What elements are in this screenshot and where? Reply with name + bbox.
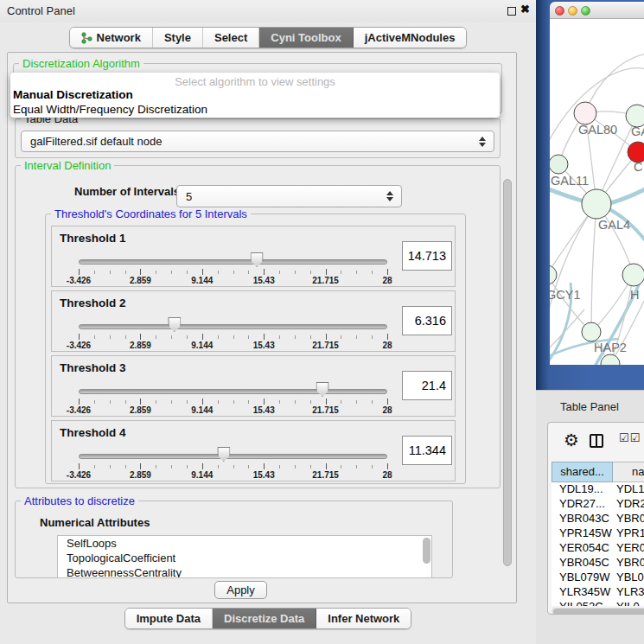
slider-tick-labels: -3.4262.8599.14415.4321.71528 (79, 405, 387, 416)
tab-impute-data[interactable]: Impute Data (125, 609, 213, 628)
cell-name[interactable]: YBR0 (613, 512, 644, 526)
tab-cyni-toolbox[interactable]: Cyni Toolbox (259, 28, 353, 48)
close-icon[interactable]: ✖ (520, 3, 530, 16)
tab-jactivemodules[interactable]: jActiveMNodules (354, 28, 467, 48)
network-nodes[interactable] (550, 102, 644, 365)
table-row[interactable]: YBR045CYBR0 (552, 556, 644, 571)
slider-handle[interactable] (217, 447, 230, 462)
cell-name[interactable]: YDL1 (613, 482, 644, 497)
control-panel-titlebar: Control Panel ✖ (0, 0, 536, 22)
cell-shared-name[interactable]: YLR345W (552, 585, 613, 600)
network-node-label: GAL80 (578, 123, 617, 137)
settings-scrollbar[interactable] (502, 166, 513, 602)
network-node[interactable] (582, 322, 601, 341)
attribute-list-item[interactable]: TopologicalCoefficient (58, 551, 431, 565)
slider-track[interactable] (79, 454, 387, 459)
dropdown-option-equal-width[interactable]: Equal Width/Frequency Discretization (13, 103, 207, 116)
tab-network[interactable]: Network (70, 28, 153, 48)
minimize-traffic-light-icon[interactable] (568, 6, 577, 16)
zoom-traffic-light-icon[interactable] (581, 6, 590, 16)
network-node[interactable] (582, 189, 611, 219)
cell-shared-name[interactable]: YER054C (552, 541, 613, 556)
tab-select[interactable]: Select (203, 28, 259, 48)
table-row[interactable]: YLR345WYLR3 (552, 585, 644, 600)
threshold-slider[interactable]: -3.4262.8599.14415.4321.71528 (79, 322, 387, 350)
cell-shared-name[interactable]: YBL079W (552, 571, 613, 585)
cell-name[interactable]: YDR2 (613, 497, 644, 512)
cell-name[interactable]: YBL0 (613, 571, 644, 585)
table-row[interactable]: YBL079WYBL0 (552, 571, 644, 585)
cell-shared-name[interactable]: YPR145W (552, 526, 613, 541)
table-data-combobox[interactable]: galFiltered.sif default node (21, 131, 494, 152)
checkbox-columns-icon[interactable]: ☑☑ (619, 431, 641, 444)
threshold-value-field[interactable]: 21.4 (402, 371, 452, 400)
tick-mark (310, 271, 311, 274)
slider-track[interactable] (79, 324, 387, 329)
table-row[interactable]: YBR043CYBR0 (552, 512, 644, 526)
network-node[interactable] (574, 102, 596, 124)
network-canvas[interactable]: GAL80GACGAL11GAL4GCY1HHAP2 (550, 19, 644, 365)
tick-mark (156, 335, 156, 339)
table-panel: ⚙ ☑☑ shared... na YDL19...YDL1YDR27...YD… (547, 422, 644, 615)
threshold-slider[interactable]: -3.4262.8599.14415.4321.71528 (79, 452, 387, 480)
tab-discretize-data[interactable]: Discretize Data (213, 609, 316, 628)
close-traffic-light-icon[interactable] (555, 6, 564, 16)
cell-name[interactable]: YPR1 (613, 526, 644, 541)
cell-name[interactable]: YIL0 (613, 600, 644, 606)
cell-shared-name[interactable]: YDL19... (552, 482, 613, 497)
cell-name[interactable]: YLR3 (613, 585, 644, 600)
network-node[interactable] (550, 155, 568, 174)
cell-shared-name[interactable]: YBR043C (552, 512, 613, 526)
numerical-attributes-list[interactable]: SelfLoopsTopologicalCoefficientBetweenne… (57, 535, 432, 578)
dropdown-option-manual[interactable]: Manual Discretization (13, 88, 133, 101)
tab-style[interactable]: Style (153, 28, 203, 48)
table-row[interactable]: YPR145WYPR1 (552, 526, 644, 541)
column-header-shared-name[interactable]: shared... (552, 462, 613, 482)
apply-button[interactable]: Apply (214, 581, 267, 599)
attribute-list-item[interactable]: BetweennessCentrality (58, 565, 431, 578)
tick-mark (295, 465, 296, 469)
tick-mark (341, 465, 341, 469)
column-header-name[interactable]: na (613, 462, 644, 482)
slider-ticks (79, 399, 387, 405)
network-node[interactable] (550, 265, 557, 284)
attribute-list-item[interactable]: SelfLoops (58, 536, 431, 551)
table-hscrollbar-thumb[interactable] (553, 609, 644, 615)
threshold-value-field[interactable]: 11.344 (402, 436, 452, 465)
threshold-slider[interactable]: -3.4262.8599.14415.4321.71528 (79, 387, 387, 415)
table-row[interactable]: YDR27...YDR2 (552, 497, 644, 512)
list-scrollbar-thumb[interactable] (423, 538, 430, 564)
tick-mark (156, 271, 156, 274)
gear-icon[interactable]: ⚙ (564, 430, 579, 450)
tab-infer-network[interactable]: Infer Network (316, 609, 411, 628)
tick-mark (310, 335, 311, 339)
float-window-icon[interactable] (507, 7, 516, 16)
tick-mark (248, 335, 249, 339)
tick-label: 21.715 (312, 276, 339, 285)
table-row[interactable]: YER054CYER0 (552, 541, 644, 556)
network-window-titlebar[interactable] (550, 2, 644, 19)
cell-name[interactable]: YBR0 (613, 556, 644, 571)
table-horizontal-scrollbar[interactable] (552, 608, 644, 615)
table-row[interactable]: YIL052CYIL0 (552, 600, 644, 606)
settings-scrollbar-thumb[interactable] (503, 179, 512, 566)
slider-handle[interactable] (251, 252, 264, 267)
threshold-value-field[interactable]: 6.316 (402, 306, 452, 335)
tick-mark (94, 271, 95, 274)
slider-handle[interactable] (168, 317, 181, 332)
tick-mark (218, 335, 219, 339)
cell-shared-name[interactable]: YBR045C (552, 556, 613, 571)
slider-handle[interactable] (316, 382, 329, 397)
slider-track[interactable] (79, 259, 387, 265)
cell-name[interactable]: YER0 (613, 541, 644, 556)
cell-shared-name[interactable]: YDR27... (552, 497, 613, 512)
split-columns-icon[interactable] (590, 434, 603, 448)
network-node[interactable] (622, 264, 644, 286)
table-row[interactable]: YDL19...YDL1 (552, 482, 644, 497)
threshold-value-field[interactable]: 14.713 (402, 241, 452, 271)
cell-shared-name[interactable]: YIL052C (552, 600, 613, 606)
threshold-slider[interactable]: -3.4262.8599.14415.4321.71528 (79, 258, 387, 285)
network-node[interactable] (601, 354, 620, 365)
number-of-intervals-combobox[interactable]: 5 (176, 185, 402, 207)
slider-track[interactable] (79, 389, 387, 394)
